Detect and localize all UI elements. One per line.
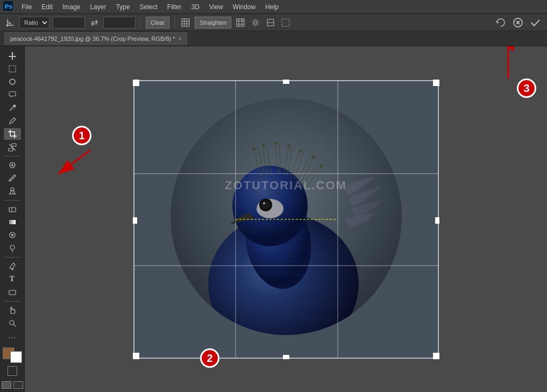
healing-tool[interactable] [4,159,21,171]
svg-rect-42 [9,290,16,295]
canvas-area: 1 [25,46,547,392]
tutorial-arrow-1 [53,147,96,181]
menu-bar: Ps File Edit Image Layer Type Select Fil… [0,0,547,14]
lasso-tool[interactable] [4,76,21,88]
svg-line-46 [58,150,90,174]
separator-2 [174,17,175,28]
toolbar-separator-4 [4,301,20,302]
settings-icon[interactable] [250,17,261,28]
svg-point-25 [13,105,16,107]
svg-point-38 [11,234,13,236]
move-tool[interactable] [4,49,21,61]
svg-rect-22 [9,66,16,72]
tab-close-button[interactable]: × [179,36,182,42]
svg-rect-72 [133,80,139,86]
eraser-tool[interactable] [4,203,21,215]
crop-tool-options-icon[interactable] [4,17,16,28]
svg-rect-17 [282,19,289,26]
svg-rect-77 [283,355,289,359]
shape-tool[interactable] [4,286,21,298]
svg-rect-76 [283,80,289,84]
options-bar: Ratio ⇄ Clear Straighten [0,14,547,31]
separator-1 [140,17,141,28]
eyedropper-tool[interactable] [4,115,21,127]
height-input[interactable] [103,17,136,28]
slice-tool[interactable] [4,141,21,153]
confirm-crop-button[interactable] [528,15,543,30]
more-tools[interactable]: ··· [4,331,21,343]
gradient-tool[interactable] [4,216,21,228]
mode-icons [8,366,17,376]
toolbar: Crop Tool (C) [0,46,25,392]
brush-tool[interactable] [4,172,21,184]
menu-layer[interactable]: Layer [86,2,110,12]
svg-text:Ps: Ps [5,3,13,10]
quick-select-tool[interactable] [4,102,21,113]
overlay-icon[interactable] [180,17,191,28]
cancel-crop-button[interactable] [510,15,525,30]
svg-rect-78 [133,217,137,224]
menu-view[interactable]: View [205,2,228,12]
frame-mode[interactable] [2,381,11,389]
svg-point-33 [11,188,14,191]
svg-line-26 [9,123,10,124]
annotation-2: 2 [200,348,219,368]
content-aware-icon[interactable] [280,17,292,28]
svg-point-14 [254,21,257,24]
swap-dimensions-icon[interactable]: ⇄ [88,17,100,28]
menu-file[interactable]: File [17,2,36,12]
document-tab[interactable]: peacock-4641792_1920.jpg @ 36.7% (Crop P… [4,32,187,45]
svg-point-43 [10,320,14,325]
width-input[interactable] [53,17,85,28]
clone-stamp-tool[interactable] [4,185,21,197]
quick-mask-mode[interactable] [8,366,17,376]
annotation-3: 3 [517,79,536,98]
transform-icon[interactable] [265,17,276,28]
crop-tool[interactable]: Crop Tool (C) [4,128,21,140]
menu-image[interactable]: Image [58,2,84,12]
peacock-image [133,80,439,359]
menu-window[interactable]: Window [229,2,260,12]
svg-rect-75 [433,353,439,359]
svg-rect-4 [182,19,189,26]
svg-rect-73 [433,80,439,86]
text-tool[interactable]: T [4,273,21,285]
straighten-button[interactable]: Straighten [195,17,231,28]
reset-button[interactable] [493,15,508,30]
tutorial-arrow-3 [498,46,519,81]
grid-options-icon[interactable] [235,17,246,28]
toolbar-separator-1 [4,156,20,156]
color-swatches[interactable] [3,347,22,363]
main-layout: Crop Tool (C) [0,46,547,392]
dodge-tool[interactable] [4,242,21,254]
svg-point-39 [10,245,15,250]
svg-point-23 [10,79,15,84]
svg-line-27 [9,144,16,151]
menu-edit[interactable]: Edit [37,2,57,12]
ps-logo: Ps [3,1,13,12]
pen-tool[interactable] [4,260,21,272]
menu-3d[interactable]: 3D [187,2,203,12]
svg-rect-79 [435,217,439,224]
svg-rect-28 [12,144,16,146]
zoom-tool[interactable] [4,317,21,329]
menu-select[interactable]: Select [135,2,161,12]
tab-filename: peacock-4641792_1920.jpg @ 36.7% (Crop P… [10,35,175,42]
menu-filter[interactable]: Filter [163,2,186,12]
annotation-3-group: 3 [517,79,536,98]
watermark: ZOTUTORIAL.COM [225,179,347,193]
blur-tool[interactable] [4,229,21,241]
tab-bar: peacock-4641792_1920.jpg @ 36.7% (Crop P… [0,31,547,46]
screen-mode-icons [2,381,23,389]
svg-rect-36 [9,220,16,224]
marquee-tool[interactable] [4,62,21,74]
speech-tool[interactable] [4,89,21,101]
ratio-select[interactable]: Ratio [19,17,49,28]
menu-help[interactable]: Help [261,2,283,12]
menu-type[interactable]: Type [111,2,134,12]
hand-tool[interactable] [4,304,21,316]
svg-rect-74 [133,353,139,359]
clear-button[interactable]: Clear [146,17,169,28]
svg-rect-9 [237,19,244,26]
artboard-mode[interactable] [13,381,23,389]
